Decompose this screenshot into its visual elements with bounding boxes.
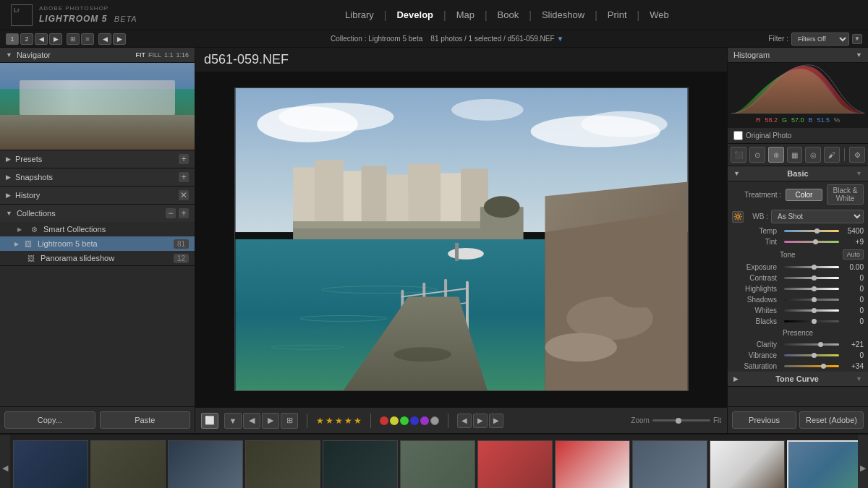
wb-eyedropper[interactable]: 🔆 — [732, 211, 744, 223]
nav-develop[interactable]: Develop — [389, 7, 441, 23]
slideshow-btn[interactable]: ▶ — [473, 414, 488, 428]
mode-drop-btn[interactable]: ▼ — [224, 413, 242, 429]
tint-slider[interactable] — [784, 241, 839, 243]
mode-grid-btn[interactable]: ⊞ — [281, 413, 298, 429]
zoom-handle[interactable] — [676, 418, 681, 424]
clarity-handle[interactable] — [818, 342, 823, 347]
clarity-slider[interactable] — [784, 343, 839, 346]
contrast-slider[interactable] — [784, 277, 839, 279]
color-green[interactable] — [400, 416, 409, 425]
collections-add-btn[interactable]: + — [179, 208, 189, 218]
shadows-handle[interactable] — [812, 297, 817, 302]
zoom-slider[interactable] — [652, 419, 710, 421]
film-thumb-9[interactable]: ★ ★ ★ ★ ★ — [632, 440, 707, 489]
highlights-handle[interactable] — [812, 286, 817, 291]
loupe-view-btn[interactable]: ⬜ — [201, 413, 218, 429]
color-treatment-btn[interactable]: Color — [786, 189, 822, 201]
film-thumb-4[interactable] — [245, 440, 320, 489]
panorama-item[interactable]: 🖼 Panorama slideshow 12 — [0, 251, 195, 265]
grad-filter-tool[interactable]: ▦ — [787, 147, 803, 163]
exposure-slider[interactable] — [784, 266, 839, 268]
reset-btn[interactable]: Reset (Adobe) — [799, 411, 864, 429]
star-4[interactable]: ★ — [344, 416, 352, 426]
vibrance-slider[interactable] — [784, 354, 839, 356]
star-2[interactable]: ★ — [326, 416, 333, 426]
blacks-slider[interactable] — [784, 320, 839, 322]
nav-print[interactable]: Print — [600, 7, 634, 23]
basic-section-header[interactable]: ▼ Basic ▼ — [728, 166, 868, 181]
crop-tool[interactable]: ⬛ — [731, 147, 746, 163]
snapshots-add-btn[interactable]: + — [179, 172, 189, 182]
star-3[interactable]: ★ — [335, 416, 343, 426]
nav-book[interactable]: Book — [490, 7, 527, 23]
original-photo-checkbox[interactable] — [733, 131, 743, 140]
vibrance-handle[interactable] — [812, 353, 817, 358]
snapshots-header[interactable]: ▶ Snapshots + — [0, 168, 195, 186]
presets-add-btn[interactable]: + — [179, 154, 189, 164]
history-header[interactable]: ▶ History ✕ — [0, 187, 195, 204]
blacks-handle[interactable] — [812, 319, 817, 324]
paste-btn[interactable]: Paste — [100, 411, 191, 429]
tint-handle[interactable] — [813, 239, 818, 244]
color-blue[interactable] — [410, 416, 419, 425]
presets-header[interactable]: ▶ Presets + — [0, 150, 195, 168]
radial-tool[interactable]: ◎ — [805, 147, 821, 163]
temp-handle[interactable] — [814, 228, 820, 234]
nav-view-1-16[interactable]: 1:16 — [176, 51, 189, 59]
highlights-slider[interactable] — [784, 288, 839, 290]
tone-curve-header[interactable]: ▶ Tone Curve ▼ — [728, 372, 868, 387]
filmstrip-right-arrow[interactable]: ▶ — [858, 435, 868, 488]
mode-left-btn[interactable]: ◀ — [243, 413, 260, 429]
smart-collections-item[interactable]: ▶ ⚙ Smart Collections — [0, 222, 195, 236]
nav-view-fit[interactable]: FIT — [135, 51, 145, 59]
film-thumb-7[interactable]: ★ ★ ★ ★ ★ — [477, 440, 553, 489]
previous-btn[interactable]: Previous — [732, 411, 796, 429]
color-purple[interactable] — [420, 416, 429, 425]
page-2-btn[interactable]: 2 — [20, 33, 33, 45]
film-thumb-8[interactable]: ★ ★ ★ ★ ★ — [555, 440, 630, 489]
whites-slider[interactable] — [784, 309, 839, 312]
filter-collapse-btn[interactable]: ▼ — [852, 34, 862, 44]
nav-library[interactable]: Library — [338, 7, 381, 23]
film-thumb-11[interactable]: ★ ★ ★ ★ ★ — [787, 440, 858, 489]
heal-tool[interactable]: ⊙ — [749, 147, 765, 163]
saturation-slider[interactable] — [784, 365, 839, 367]
star-1[interactable]: ★ — [316, 416, 324, 426]
navigator-header[interactable]: ▼ Navigator FIT FILL 1:1 1:16 — [0, 48, 195, 63]
shadows-slider[interactable] — [784, 299, 839, 301]
whites-handle[interactable] — [812, 308, 817, 313]
filename-link[interactable]: ▼ — [556, 35, 563, 43]
star-5[interactable]: ★ — [354, 416, 362, 426]
saturation-handle[interactable] — [821, 364, 826, 369]
exposure-handle[interactable] — [812, 265, 817, 270]
nav-view-1-1[interactable]: 1:1 — [164, 51, 174, 59]
color-yellow[interactable] — [390, 416, 399, 425]
filter-select[interactable]: Filters Off — [791, 33, 849, 46]
collection-lr5-item[interactable]: ▶ 🖼 Lightroom 5 beta 81 — [0, 236, 195, 251]
contrast-handle[interactable] — [812, 275, 817, 281]
next-photo-btn[interactable]: ▶ — [489, 414, 503, 428]
grid-view-btn[interactable]: ⊞ — [67, 33, 80, 45]
collections-minus-btn[interactable]: − — [166, 208, 176, 218]
collections-header[interactable]: ▼ Collections − + — [0, 205, 195, 222]
nav-slideshow[interactable]: Slideshow — [535, 7, 592, 23]
prev-photo-btn[interactable]: ◀ — [457, 414, 472, 428]
brush-tool[interactable]: 🖌 — [824, 147, 840, 163]
page-1-btn[interactable]: 1 — [6, 33, 19, 45]
film-thumb-6[interactable] — [400, 440, 475, 489]
list-view-btn[interactable]: ≡ — [81, 33, 94, 45]
film-thumb-5[interactable] — [323, 440, 398, 489]
nav-web[interactable]: Web — [642, 7, 676, 23]
color-red[interactable] — [380, 416, 388, 425]
status-next-btn[interactable]: ▶ — [113, 33, 126, 45]
filmstrip-left-arrow[interactable]: ◀ — [0, 435, 10, 488]
mode-right-btn[interactable]: ▶ — [262, 413, 279, 429]
film-thumb-1[interactable] — [13, 440, 88, 489]
page-next-btn[interactable]: ▶ — [49, 33, 62, 45]
page-prev-btn[interactable]: ◀ — [35, 33, 48, 45]
settings-tool[interactable]: ⚙ — [849, 147, 865, 163]
tone-auto-btn[interactable]: Auto — [843, 249, 864, 260]
status-prev-btn[interactable]: ◀ — [98, 33, 111, 45]
redeye-tool[interactable]: ⊕ — [768, 147, 784, 163]
color-white[interactable] — [430, 416, 439, 425]
